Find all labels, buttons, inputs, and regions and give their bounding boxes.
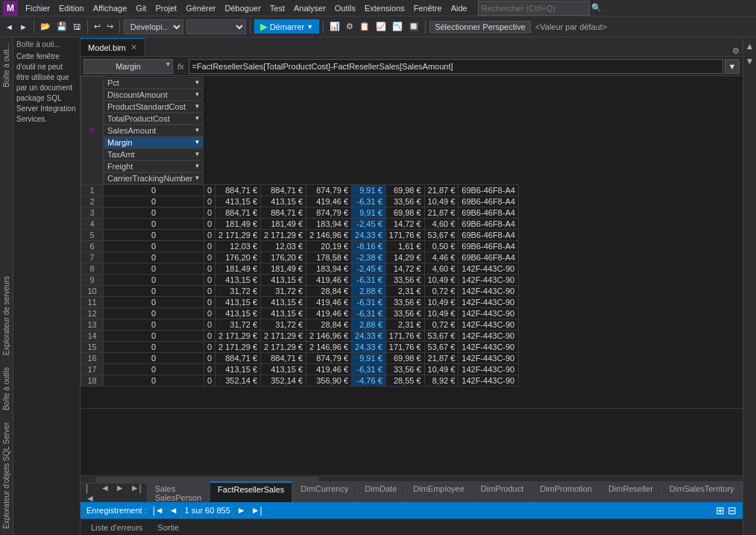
col-header-margin[interactable]: Margin▼ <box>104 137 204 148</box>
search-input[interactable] <box>478 1 590 16</box>
sheet-tab-2[interactable]: DimCurrency <box>292 481 356 504</box>
cell-15-margin: 24,33 € <box>352 341 386 352</box>
sheet-tab-3[interactable]: DimDate <box>357 481 406 504</box>
menu-fenetre[interactable]: Fenêtre <box>409 2 447 14</box>
sidebar-tab-explorateur[interactable]: Explorateur de serveurs <box>1 270 12 361</box>
col-header-discountAmount[interactable]: DiscountAmount▼ <box>104 89 204 101</box>
menu-projet[interactable]: Projet <box>151 2 181 14</box>
cell-9-freight: 10,49 € <box>424 274 459 285</box>
redo-btn[interactable]: ↪ <box>104 20 116 33</box>
menu-fichier[interactable]: Fichier <box>21 2 54 14</box>
row-num-cell-15: 15 <box>81 341 104 352</box>
tb-icon2[interactable]: ⚙ <box>344 20 356 33</box>
back-btn[interactable]: ◄ <box>3 21 16 33</box>
cell-13-pct: 0 <box>104 319 204 330</box>
sidebar-tab-boite[interactable]: Boîte à outi... <box>1 37 12 93</box>
open-btn[interactable]: 📂 <box>38 20 53 33</box>
menu-aide[interactable]: Aide <box>447 2 472 14</box>
col-header-taxAmt[interactable]: TaxAmt▼ <box>104 148 204 160</box>
table-row: 1800352,14 €352,14 €356,90 €-4,76 €28,55… <box>81 375 519 386</box>
col-sort-icon-taxAmt: ▼ <box>195 151 201 157</box>
search-icon[interactable]: 🔍 <box>591 3 602 13</box>
cell-15-carrierTrackingNumber: 142F-443C-90 <box>459 341 519 352</box>
menu-deboguer[interactable]: Déboguer <box>221 2 265 14</box>
sep4 <box>250 20 251 34</box>
right-icon-1[interactable]: ▲ <box>746 39 755 54</box>
nav-first-btn[interactable]: |◄ <box>151 505 166 516</box>
name-box-dropdown[interactable]: ▼ <box>165 60 171 68</box>
nav-prev-btn[interactable]: ◄ <box>168 505 180 516</box>
cell-15-freight: 53,67 € <box>424 341 459 352</box>
cell-14-carrierTrackingNumber: 142F-443C-90 <box>459 330 519 341</box>
diagram-view-btn[interactable]: ⊟ <box>728 504 737 516</box>
platform-dropdown[interactable] <box>186 19 246 34</box>
menu-outils[interactable]: Outils <box>330 2 360 14</box>
cell-18-taxAmt: 28,55 € <box>385 375 424 386</box>
menu-analyser[interactable]: Analyser <box>289 2 330 14</box>
name-box[interactable] <box>84 59 173 74</box>
menu-affichage[interactable]: Affichage <box>89 2 132 14</box>
perspective-btn[interactable]: Sélectionner Perspective <box>429 21 531 33</box>
tb-icon5[interactable]: 📉 <box>390 20 405 33</box>
col-sort-icon-totalProductCost: ▼ <box>195 115 201 122</box>
col-header-salesAmount[interactable]: SalesAmount▼ <box>104 125 204 137</box>
right-icon-2[interactable]: ▼ <box>746 54 755 69</box>
sheet-tab-4[interactable]: DimEmployee <box>405 481 472 504</box>
sheet-tab-5[interactable]: DimProduct <box>473 481 532 504</box>
sheet-tab-0[interactable]: Sales SalesPerson <box>147 481 210 504</box>
sheet-nav-first[interactable]: |◄ <box>84 482 97 504</box>
cell-4-salesAmount: 183,94 € <box>306 218 352 229</box>
grid-wrapper[interactable]: ▼ Pct▼DiscountAmount▼ProductStandardCost… <box>81 76 743 408</box>
menu-extensions[interactable]: Extensions <box>360 2 409 14</box>
nav-next-btn[interactable]: ► <box>236 505 248 516</box>
save-all-btn[interactable]: 🖫 <box>71 21 84 33</box>
save-btn[interactable]: 💾 <box>54 20 69 33</box>
undo-btn[interactable]: ↩ <box>92 20 103 33</box>
menu-git[interactable]: Git <box>131 2 151 14</box>
grid-view-btn[interactable]: ⊞ <box>716 504 725 516</box>
formula-input[interactable] <box>189 59 723 74</box>
cell-11-carrierTrackingNumber: 142F-443C-90 <box>459 296 519 307</box>
nav-last-btn[interactable]: ►| <box>250 505 264 516</box>
menu-test[interactable]: Test <box>265 2 289 14</box>
cell-3-margin: 9,91 € <box>352 207 386 218</box>
cell-11-totalProductCost: 413,15 € <box>261 296 306 307</box>
menu-edition[interactable]: Edition <box>54 2 89 14</box>
menu-generer[interactable]: Générer <box>181 2 220 14</box>
tb-icon3[interactable]: 📋 <box>357 20 372 33</box>
sheet-tab-1[interactable]: FactResellerSales <box>210 481 292 504</box>
start-btn[interactable]: ▶ Démarrer ▼ <box>254 19 319 34</box>
cell-7-carrierTrackingNumber: 69B6-46F8-A4 <box>459 251 519 263</box>
formula-expand-btn[interactable]: ▼ <box>725 59 740 74</box>
tab-settings-icon[interactable]: ⚙ <box>732 46 740 56</box>
cell-17-productStandardCost: 413,15 € <box>215 363 261 375</box>
tab-model-bim[interactable]: Model.bim ✕ <box>81 38 145 56</box>
cell-3-carrierTrackingNumber: 69B6-46F8-A4 <box>459 207 519 218</box>
sheet-nav-next[interactable]: ► <box>113 482 127 504</box>
cell-10-salesAmount: 28,84 € <box>306 285 352 296</box>
cell-12-salesAmount: 419,46 € <box>306 307 352 319</box>
sheet-tab-7[interactable]: DimReseller <box>600 481 661 504</box>
tb-icon1[interactable]: 📊 <box>327 20 342 33</box>
col-header-totalProductCost[interactable]: TotalProductCost▼ <box>104 113 204 125</box>
cell-14-discountAmount: 0 <box>204 330 215 341</box>
forward-btn[interactable]: ► <box>17 21 30 33</box>
cell-15-totalProductCost: 2 171,29 € <box>261 341 306 352</box>
config-dropdown[interactable]: Developi... <box>124 19 183 34</box>
cell-7-pct: 0 <box>104 251 204 263</box>
col-header-carrierTrackingNumber[interactable]: CarrierTrackingNumber▼ <box>104 172 204 184</box>
sheet-nav-last[interactable]: ►| <box>128 482 144 504</box>
error-tab-sortie[interactable]: Sortie <box>153 522 183 534</box>
col-header-productStandardCost[interactable]: ProductStandardCost▼ <box>104 101 204 113</box>
sheet-tab-6[interactable]: DimPromotion <box>532 481 600 504</box>
sheet-nav-prev[interactable]: ◄ <box>98 482 112 504</box>
tb-icon6[interactable]: 🔲 <box>406 20 421 33</box>
sidebar-tab-boite2[interactable]: Boîte à outils <box>1 361 12 416</box>
col-header-pct[interactable]: Pct▼ <box>104 77 204 89</box>
cell-9-carrierTrackingNumber: 142F-443C-90 <box>459 274 519 285</box>
tb-icon4[interactable]: 📈 <box>374 20 388 33</box>
error-tab-liste[interactable]: Liste d'erreurs <box>86 522 147 534</box>
sidebar-tab-objets[interactable]: Explorateur d'objets SQL Server <box>1 416 12 535</box>
col-header-freight[interactable]: Freight▼ <box>104 160 204 172</box>
sheet-tab-8[interactable]: DimSalesTerritory <box>661 481 743 504</box>
